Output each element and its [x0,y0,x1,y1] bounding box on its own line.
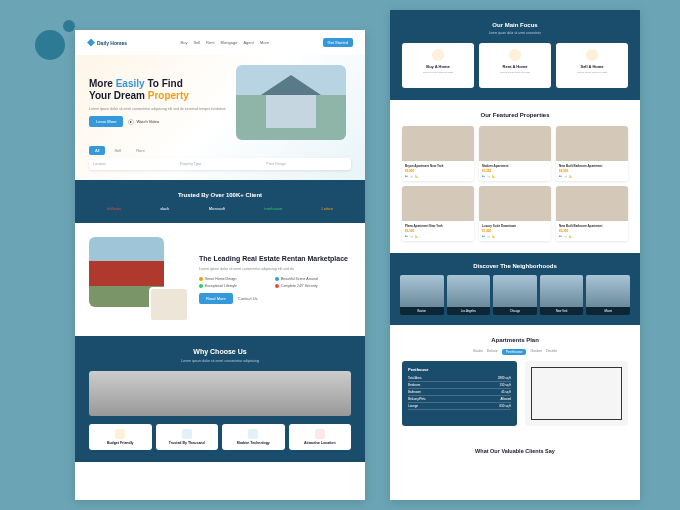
logo[interactable]: Daily Homes [87,39,127,47]
focus-rent[interactable]: Rent A HomeLorem ipsum dolor sit amet [479,43,551,88]
rent-icon [509,49,521,61]
prop-card[interactable]: Plaza Apartment New York$6,100🛏🛁📐 [402,186,474,241]
nav-rent[interactable]: Rent [206,40,214,45]
apt-tab-double[interactable]: Double [546,349,557,355]
apt-tab-garden[interactable]: Garden [530,349,542,355]
tab-all[interactable]: All [89,146,105,155]
properties-section: Our Featured Properties Bryan Apartment … [390,100,640,253]
get-started-button[interactable]: Get Started [323,38,353,47]
neigh-title: Discover The Neighborhoods [400,263,630,269]
price-input[interactable]: Price Range [266,162,347,166]
budget-icon [115,429,125,439]
why-image [89,371,351,416]
why-sub: Lorem ipsum dolor sit amet consectetur a… [89,359,351,363]
logo-slack: slack [160,206,169,211]
hero-image [236,65,346,140]
leading-title: The Leading Real Estate Rentan Marketpla… [199,255,348,263]
leading-image [89,237,189,322]
nav-mortgage[interactable]: Mortgage [221,40,238,45]
play-icon [128,119,134,125]
type-input[interactable]: Property Type [180,162,261,166]
search-bar: Location Property Type Price Range [89,158,351,170]
feat-3: Exceptional Lifestyle [199,284,272,288]
apt-tabs: Studio Deluxe Penthouse Garden Double [402,349,628,355]
apt-tab-penthouse[interactable]: Penthouse [502,349,527,355]
read-more-button[interactable]: Read More [199,293,233,304]
focus-section: Our Main Focus Lorem ipsum dolor sit ame… [390,10,640,100]
apt-title: Apartments Plan [402,337,628,343]
why-card-4: Attractive Location [289,424,352,450]
floor-plan-image [525,361,628,426]
location-input[interactable]: Location [93,162,174,166]
apt-details-panel: Penthouse Total Area2800 sq ft Bedroom15… [402,361,517,426]
trusted-section: Trusted By Over 100K+ Client InVision sl… [75,180,365,223]
neigh-card[interactable]: New York [540,275,584,315]
nav-agent[interactable]: Agent [243,40,253,45]
prop-card[interactable]: New Built Bedroom Apartment$5,200🛏🛁📐 [556,186,628,241]
trusted-title: Trusted By Over 100K+ Client [87,192,353,198]
navbar: Daily Homes Buy Sell Rent Mortgage Agent… [75,30,365,55]
nav-buy[interactable]: Buy [181,40,188,45]
search-tabs: All Sell Rent [89,146,351,155]
prop-card[interactable]: Luxury Suite Downtown$7,400🛏🛁📐 [479,186,551,241]
focus-sub: Lorem ipsum dolor sit amet consectetur [402,31,628,35]
nav-more[interactable]: More [260,40,269,45]
neigh-card[interactable]: Los Angeles [447,275,491,315]
tab-sell[interactable]: Sell [108,146,127,155]
neigh-card[interactable]: Miami [586,275,630,315]
why-title: Why Choose Us [89,348,351,355]
location-icon [315,429,325,439]
trusted-icon [182,429,192,439]
prop-card[interactable]: New Built Bedroom Apartment$4,500🛏🛁📐 [556,126,628,181]
neigh-card[interactable]: Boston [400,275,444,315]
feat-2: Beautiful Scene Around [275,277,348,281]
why-section: Why Choose Us Lorem ipsum dolor sit amet… [75,336,365,462]
focus-title: Our Main Focus [402,22,628,28]
sell-icon [586,49,598,61]
testimonials-section: What Our Valuable Clients Say [390,438,640,464]
logo-lattice: Lattice [322,206,334,211]
focus-sell[interactable]: Sell A HomeLorem ipsum dolor sit amet [556,43,628,88]
nav-links: Buy Sell Rent Mortgage Agent More [181,40,270,45]
logo-treehouse: treehouse [264,206,282,211]
hero-subtitle: Lorem ipsum dolor sit amet consectetur a… [89,107,226,112]
leading-sub: Lorem ipsum dolor sit amet consectetur a… [199,267,348,272]
apt-tab-studio[interactable]: Studio [473,349,483,355]
why-card-3: Modern Technology [222,424,285,450]
feat-1: Smart Home Design [199,277,272,281]
contact-us-link[interactable]: Contact Us [238,296,258,301]
prop-card[interactable]: Modern Apartment$3,200🛏🛁📐 [479,126,551,181]
logo-icon [87,39,95,47]
tab-rent[interactable]: Rent [130,146,150,155]
buy-icon [432,49,444,61]
tech-icon [248,429,258,439]
landing-left-panel: Daily Homes Buy Sell Rent Mortgage Agent… [75,30,365,500]
why-card-1: Budget Friendly [89,424,152,450]
prop-card[interactable]: Bryan Apartment New York$5,800🛏🛁📐 [402,126,474,181]
nav-sell[interactable]: Sell [193,40,200,45]
test-title: What Our Valuable Clients Say [400,448,630,454]
feat-4: Complete 24/7 Security [275,284,348,288]
props-title: Our Featured Properties [402,112,628,118]
neigh-card[interactable]: Chicago [493,275,537,315]
neighborhoods-section: Discover The Neighborhoods Boston Los An… [390,253,640,325]
watch-video-button[interactable]: Watch Video [128,119,158,125]
logo-microsoft: Microsoft [209,206,225,211]
hero-title: More Easily To FindYour Dream Property [89,78,226,102]
landing-right-panel: Our Main Focus Lorem ipsum dolor sit ame… [390,10,640,500]
why-card-2: Trusted By Thousand [156,424,219,450]
learn-more-button[interactable]: Learn More [89,116,123,127]
apt-tab-deluxe[interactable]: Deluxe [487,349,498,355]
hero: More Easily To FindYour Dream Property L… [75,55,365,180]
apartments-section: Apartments Plan Studio Deluxe Penthouse … [390,325,640,438]
leading-section: The Leading Real Estate Rentan Marketpla… [75,223,365,336]
focus-buy[interactable]: Buy A HomeLorem ipsum dolor sit amet [402,43,474,88]
logo-invision: InVision [107,206,121,211]
